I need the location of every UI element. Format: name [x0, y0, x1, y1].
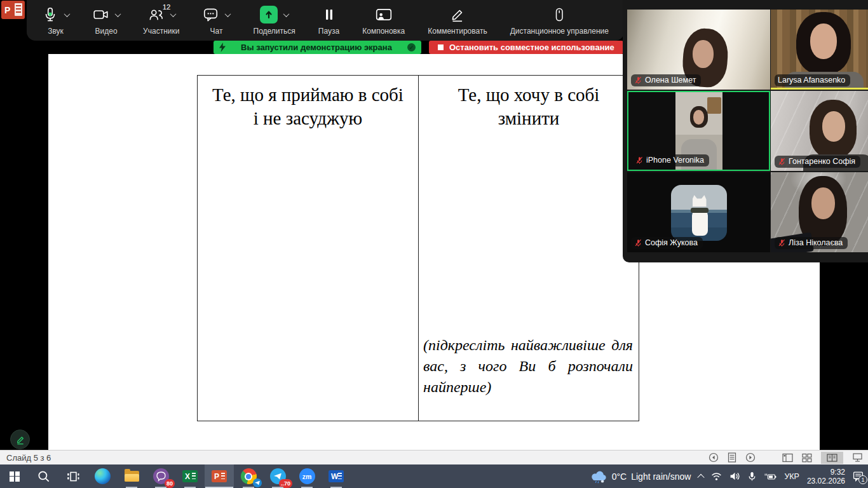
sharing-status-text: Вы запустили демонстрацию экрана	[241, 43, 392, 52]
weather-icon	[590, 470, 607, 484]
zoom-toolbar: Звук Видео 12	[27, 0, 624, 41]
participant-name-tag: iPhone Veronika	[632, 154, 709, 166]
next-slide-button[interactable]	[745, 452, 756, 463]
muted-mic-icon	[634, 76, 642, 85]
taskbar-word[interactable]: W	[322, 464, 351, 488]
audio-button[interactable]: Звук	[42, 5, 69, 41]
muted-mic-icon	[634, 239, 642, 247]
powerpoint-statusbar: Слайд 5 з 6	[0, 450, 868, 464]
video-tile-larysa[interactable]: Larysa Afanasenko	[771, 10, 868, 90]
green-pencil-icon	[15, 435, 25, 445]
participant-name: Олена Шемет	[645, 76, 696, 85]
taskbar-chrome[interactable]	[234, 464, 263, 488]
edge-icon	[95, 468, 111, 484]
table-header-change: Те, що хочу в собі змінити	[419, 76, 639, 130]
search-button[interactable]	[29, 464, 58, 488]
active-speaker-indicator	[771, 88, 868, 90]
participant-face	[822, 111, 845, 142]
video-tile-zhukova[interactable]: Софія Жукова	[627, 172, 770, 252]
participants-button[interactable]: 12 Участники	[143, 5, 179, 41]
participant-face	[693, 40, 714, 68]
audio-chevron-icon[interactable]	[64, 11, 71, 17]
clock[interactable]: 9:32 23.02.2026	[807, 468, 845, 485]
security-shield-icon[interactable]: ✓	[407, 43, 416, 51]
cat-scarf	[691, 208, 709, 213]
taskbar-telegram[interactable]: ..70	[263, 464, 292, 488]
video-tile-hontarenko[interactable]: Гонтаренко Софія	[771, 91, 868, 171]
taskbar-edge[interactable]	[88, 464, 117, 488]
chat-chevron-icon[interactable]	[225, 11, 231, 17]
taskbar-file-explorer[interactable]	[117, 464, 146, 488]
battery-charging-icon[interactable]	[764, 472, 776, 481]
share-screen-button[interactable]: Поделиться	[254, 5, 295, 41]
pause-share-button[interactable]: Пауза	[318, 5, 339, 41]
participant-name-tag: Гонтаренко Софія	[775, 156, 860, 168]
video-tile-olena[interactable]: Олена Шемет	[627, 10, 770, 90]
taskbar-excel[interactable]: X	[175, 464, 205, 488]
table-note-underline-instruction: (підкресліть найважливіше для вас, з чог…	[423, 335, 633, 398]
weather-widget[interactable]: 0°C Light rain/snow	[590, 470, 691, 484]
chrome-overlay-badge	[253, 478, 262, 487]
video-label: Видео	[95, 27, 118, 36]
previous-slide-button[interactable]	[709, 452, 719, 463]
taskbar-powerpoint-active[interactable]: P	[205, 464, 234, 488]
tray-time: 9:32	[807, 468, 845, 477]
chat-label: Чат	[210, 27, 223, 36]
speaker-icon[interactable]	[729, 471, 740, 481]
cat-head	[693, 195, 707, 207]
desktop-screen: P Те, що я приймаю в собі і не засуджую …	[0, 0, 868, 488]
participant-face	[811, 187, 835, 219]
video-tile-veronika[interactable]: iPhone Veronika	[627, 91, 770, 171]
task-view-button[interactable]	[58, 464, 88, 488]
video-button[interactable]: Видео	[92, 5, 120, 41]
windows-taskbar: 80 X P ..70 zm	[0, 464, 868, 488]
slide-sorter-button[interactable]	[802, 453, 812, 463]
action-center-button[interactable]: 1	[853, 471, 864, 482]
video-panel: Олена Шемет Larysa Afanasenko	[623, 0, 868, 262]
slide-number-indicator: Слайд 5 з 6	[6, 453, 51, 463]
normal-view-button[interactable]	[782, 453, 793, 463]
wifi-icon[interactable]	[711, 471, 722, 481]
slideshow-view-button[interactable]	[852, 452, 863, 463]
layout-icon	[375, 6, 393, 23]
slide-table: Те, що я приймаю в собі і не засуджую Те…	[197, 75, 639, 421]
taskbar-zoom[interactable]: zm	[292, 464, 322, 488]
windows-logo-icon	[10, 471, 20, 482]
start-button[interactable]	[0, 464, 29, 488]
annotate-button[interactable]: Комментировать	[428, 5, 487, 41]
participants-chevron-icon[interactable]	[170, 11, 176, 17]
video-chevron-icon[interactable]	[115, 11, 121, 17]
stop-icon	[438, 44, 444, 50]
share-chevron-icon[interactable]	[283, 11, 290, 17]
tray-overflow-chevron[interactable]	[698, 473, 705, 480]
participant-name: Larysa Afanasenko	[778, 76, 845, 85]
cat-body	[692, 209, 708, 236]
layout-label: Компоновка	[362, 27, 405, 36]
reading-view-button-active[interactable]	[821, 452, 843, 464]
remote-control-button[interactable]: Дистанционное управление	[510, 5, 609, 41]
zoom-annotate-fab[interactable]	[10, 430, 30, 449]
pause-label: Пауза	[318, 27, 339, 36]
participants-count-badge: 12	[163, 3, 171, 11]
chat-icon	[202, 6, 219, 23]
stop-share-button[interactable]: Остановить совместное использование	[429, 41, 623, 54]
task-view-icon	[66, 470, 80, 484]
screen-share-banner: Вы запустили демонстрацию экрана ✓ Остан…	[214, 41, 623, 54]
taskbar-viber[interactable]: 80	[146, 464, 175, 488]
language-indicator[interactable]: УКР	[784, 472, 799, 481]
muted-mic-icon	[635, 156, 644, 165]
video-tile-liza[interactable]: Ліза Ніколаєва	[771, 172, 868, 252]
layout-button[interactable]: Компоновка	[362, 5, 405, 41]
table-header-accept: Те, що я приймаю в собі і не засуджую	[198, 76, 418, 130]
table-cell-accept: Те, що я приймаю в собі і не засуджую	[198, 76, 419, 421]
pencil-icon	[449, 6, 466, 23]
system-tray: 0°C Light rain/snow	[590, 468, 868, 485]
tray-mic-icon[interactable]	[748, 471, 756, 482]
notes-menu-button[interactable]	[728, 452, 736, 463]
search-icon	[37, 470, 51, 484]
participant-name-tag: Софія Жукова	[631, 237, 703, 249]
annotate-label: Комментировать	[428, 27, 487, 36]
participants-label: Участники	[143, 27, 179, 36]
chat-button[interactable]: Чат	[202, 5, 230, 41]
audio-label: Звук	[48, 27, 64, 36]
